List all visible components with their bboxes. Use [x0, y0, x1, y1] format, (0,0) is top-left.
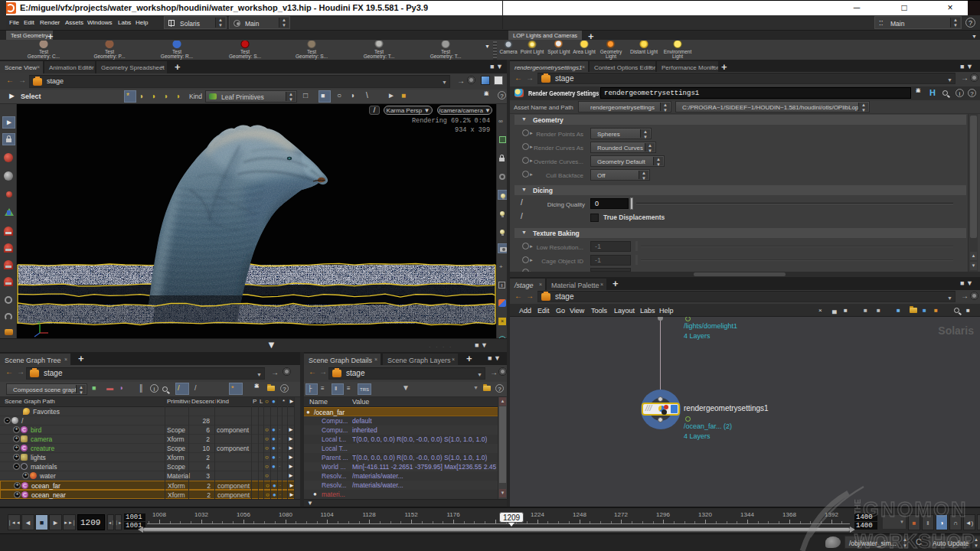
svg-text:y: y	[38, 320, 40, 324]
